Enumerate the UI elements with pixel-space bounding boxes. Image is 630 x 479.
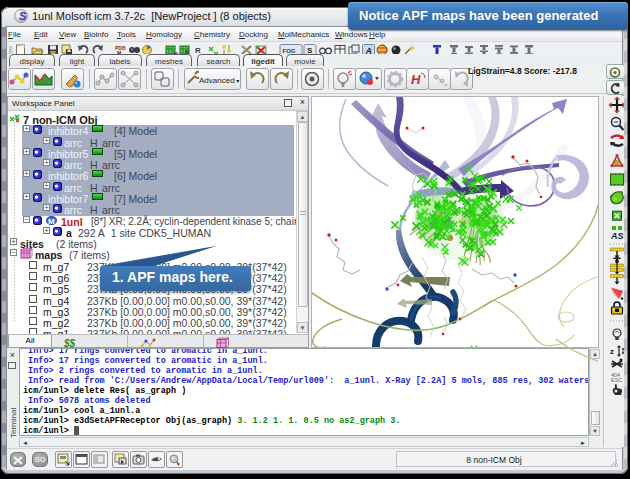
svg-text:H: H <box>411 72 421 87</box>
svg-text:M: M <box>48 217 55 225</box>
svg-text:FOG: FOG <box>283 48 296 54</box>
svg-text:AS: AS <box>610 231 624 241</box>
svg-text:ESC: ESC <box>611 377 622 383</box>
svg-text:z: z <box>610 347 614 356</box>
